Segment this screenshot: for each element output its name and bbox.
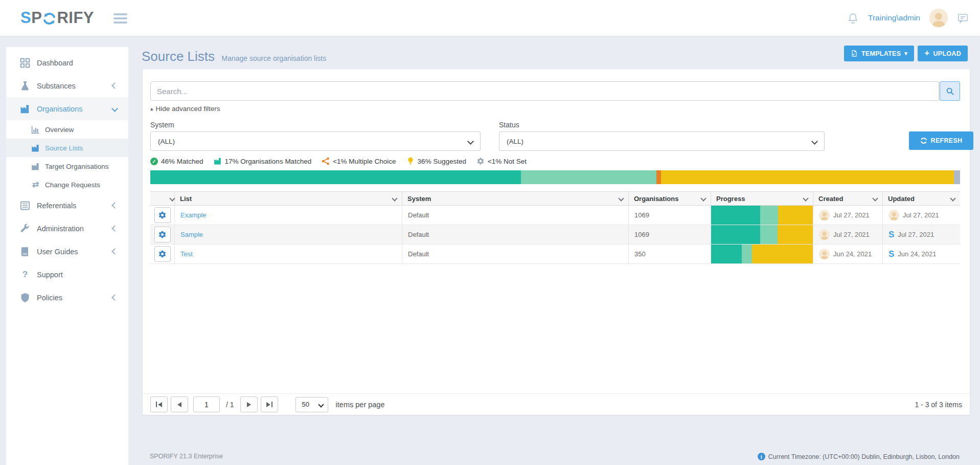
row-settings-button[interactable]: [154, 246, 171, 262]
sidebar-item-referentials[interactable]: Referentials: [6, 194, 128, 217]
chevron-down-icon: [811, 138, 818, 145]
prev-page-button[interactable]: [171, 396, 188, 412]
system-select[interactable]: (ALL): [150, 131, 481, 151]
row-settings-button[interactable]: [154, 207, 171, 223]
user-avatar[interactable]: [929, 9, 948, 27]
row-progress-segment: [778, 225, 813, 244]
list-link[interactable]: Test: [180, 250, 193, 258]
user-avatar-icon: [819, 229, 830, 240]
table-row-test: TestDefault350Jun 24, 2021SJun 24, 2021: [150, 245, 960, 264]
check-circle-icon: ✓: [150, 158, 158, 165]
sidebar-item-substances[interactable]: Substances: [6, 74, 128, 97]
overall-progress-bar: [150, 170, 960, 184]
content-card: ▴ Hide advanced filters System (ALL) Sta…: [142, 69, 970, 415]
refresh-icon: [920, 137, 927, 144]
row-settings-button[interactable]: [154, 227, 171, 242]
progress-segment-organisations-matched: [521, 170, 656, 184]
column-header-list[interactable]: List: [174, 192, 402, 205]
grid-pager: / 1 50 items per page 1 - 3 of 3 items: [143, 393, 970, 415]
row-progress-segment: [711, 245, 742, 263]
sync-icon: [42, 12, 56, 26]
legend-item-46-matched: ✓46% Matched: [150, 158, 203, 165]
notifications-bell-icon[interactable]: [847, 12, 859, 24]
sidebar-item-support[interactable]: ?Support: [6, 263, 128, 286]
sidebar-item-dashboard[interactable]: Dashboard: [6, 51, 128, 74]
templates-button[interactable]: x TEMPLATES ▾: [844, 46, 914, 61]
legend-item--1-multiple-choice: <1% Multiple Choice: [322, 157, 396, 165]
progress-segment-not-set: [954, 170, 960, 184]
column-header-progress[interactable]: Progress: [711, 192, 813, 205]
sidebar-item-source-lists[interactable]: Source Lists: [6, 139, 128, 157]
upload-button[interactable]: + UPLOAD: [918, 46, 968, 61]
page-size-select[interactable]: 50: [295, 397, 328, 412]
sidebar-item-change-requests[interactable]: ⇄Change Requests: [6, 175, 128, 194]
row-progress-bar: [711, 225, 813, 244]
plus-icon: +: [924, 49, 929, 57]
row-progress-segment: [760, 206, 779, 225]
swap-icon: ⇄: [31, 181, 40, 189]
search-input[interactable]: [150, 81, 939, 101]
search-button[interactable]: [940, 81, 960, 101]
status-select[interactable]: (ALL): [499, 131, 825, 151]
source-lists-grid: ListSystemOrganisationsProgressCreatedUp…: [150, 191, 960, 264]
updated-cell: Jul 27, 2021: [882, 206, 960, 225]
chevron-down-icon: [803, 195, 808, 201]
sidebar-item-user-guides[interactable]: User Guides: [6, 240, 128, 263]
info-icon: i: [758, 453, 765, 460]
sporify-icon: S: [888, 230, 894, 239]
organisations-count: 350: [634, 250, 646, 258]
chevron-down-icon: [950, 195, 955, 201]
chevron-down-icon: [467, 138, 474, 145]
status-label: Status: [499, 121, 519, 129]
page-subtitle: Manage source organisation lists: [222, 54, 327, 62]
progress-legend: ✓46% Matched17% Organisations Matched<1%…: [150, 157, 527, 165]
items-per-page-label: items per page: [336, 401, 385, 409]
list-link[interactable]: Sample: [180, 231, 203, 238]
sidebar-item-administration[interactable]: Administration: [6, 217, 128, 240]
feedback-chat-icon[interactable]: [957, 12, 969, 24]
progress-segment-matched: [150, 170, 521, 184]
column-header-system[interactable]: System: [402, 192, 628, 205]
column-header-organisations[interactable]: Organisations: [628, 192, 711, 205]
progress-segment-suggested: [661, 170, 954, 184]
chevron-left-icon: [111, 82, 118, 89]
row-progress-bar: [711, 206, 813, 225]
legend-item-36-suggested: 36% Suggested: [406, 157, 466, 165]
user-avatar-icon: [819, 249, 830, 259]
sidebar: DashboardSubstancesOrganisationsOverview…: [6, 47, 128, 465]
app-version: SPORIFY 21.3 Enterprise: [150, 453, 223, 460]
logo-letters-rify: RIFY: [57, 9, 94, 27]
factory-icon: [31, 144, 40, 152]
next-page-button[interactable]: [240, 396, 258, 412]
last-page-button[interactable]: [261, 396, 278, 412]
page-count-label: / 1: [226, 401, 234, 409]
column-header-updated[interactable]: Updated: [882, 192, 960, 205]
dashboard-icon: [20, 58, 30, 68]
refresh-button[interactable]: REFRESH: [909, 131, 973, 150]
created-cell: Jul 27, 2021: [813, 225, 882, 244]
sidebar-item-target-organisations[interactable]: Target Organisations: [6, 157, 128, 175]
column-header-created[interactable]: Created: [813, 192, 882, 205]
sidebar-item-organisations[interactable]: Organisations: [6, 97, 128, 120]
organisations-count: 1069: [634, 231, 649, 238]
created-cell: Jun 24, 2021: [813, 245, 882, 263]
logo-letter-p: P: [31, 9, 42, 27]
timezone-info: i Current Timezone: (UTC+00:00) Dublin, …: [758, 453, 960, 460]
page-title: Source Lists: [142, 49, 215, 64]
chevron-down-icon: [618, 195, 624, 201]
list-link[interactable]: Example: [180, 211, 207, 219]
gear-icon: [158, 250, 167, 258]
sidebar-item-overview[interactable]: Overview: [6, 120, 128, 139]
user-menu[interactable]: Training\admin: [868, 13, 920, 23]
caret-up-icon: ▴: [150, 105, 153, 112]
menu-toggle-icon[interactable]: [113, 13, 127, 26]
page-input[interactable]: [193, 396, 220, 412]
updated-cell: SJun 24, 2021: [882, 245, 960, 263]
sidebar-item-policies[interactable]: Policies: [6, 286, 128, 309]
search-icon: [946, 87, 954, 96]
file-template-icon: x: [851, 50, 858, 57]
column-menu-header[interactable]: [150, 192, 174, 205]
list-icon: [20, 201, 30, 211]
first-page-button[interactable]: [150, 396, 168, 412]
toggle-advanced-filters[interactable]: ▴ Hide advanced filters: [150, 105, 220, 113]
